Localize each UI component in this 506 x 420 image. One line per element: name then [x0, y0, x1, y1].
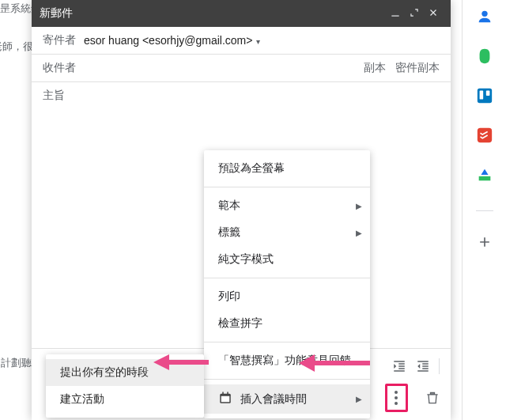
svg-rect-23 [478, 176, 490, 181]
svg-rect-14 [168, 360, 209, 365]
annotation-arrow-2 [299, 354, 370, 374]
compose-header: 新郵件 [32, 0, 451, 27]
svg-marker-17 [299, 354, 315, 372]
subject-row[interactable]: 主旨 [32, 82, 451, 109]
app-icon[interactable] [476, 166, 493, 184]
to-label: 收件者 [43, 61, 76, 75]
minimize-icon[interactable] [386, 7, 405, 21]
from-label: 寄件者 [43, 33, 76, 47]
annotation-arrow-1 [153, 354, 209, 373]
side-panel [462, 0, 506, 420]
indent-more-icon[interactable] [412, 355, 434, 377]
trello-icon[interactable] [476, 87, 493, 104]
svg-rect-22 [477, 128, 491, 142]
submenu-create-event[interactable]: 建立活動 [46, 386, 204, 413]
trash-icon[interactable] [422, 386, 443, 410]
svg-rect-0 [391, 15, 398, 16]
svg-rect-16 [313, 361, 370, 365]
svg-rect-12 [222, 392, 224, 395]
svg-rect-19 [477, 89, 491, 103]
menu-labels[interactable]: 標籤▶ [204, 219, 370, 246]
svg-rect-21 [485, 91, 489, 96]
svg-marker-15 [153, 354, 169, 370]
evernote-panel-icon[interactable] [476, 47, 493, 65]
calendar-icon [218, 391, 232, 407]
menu-print[interactable]: 列印 [204, 283, 370, 310]
more-options-menu: 預設為全螢幕 範本▶ 標籤▶ 純文字模式 列印 檢查拼字 「智慧撰寫」功能意見回… [204, 150, 370, 418]
chevron-right-icon: ▶ [356, 202, 362, 210]
svg-rect-20 [479, 91, 483, 100]
compose-title: 新郵件 [40, 6, 386, 21]
chevron-right-icon: ▶ [356, 395, 362, 403]
menu-plain-text[interactable]: 純文字模式 [204, 246, 370, 273]
background-text: 昰系統針 老師，很 · 計劃聽 [0, 0, 32, 420]
more-options-button[interactable] [385, 384, 408, 412]
todoist-icon[interactable] [476, 127, 493, 144]
menu-default-fullscreen[interactable]: 預設為全螢幕 [204, 155, 370, 182]
from-value: esor huang <esorhjy@gmail.com> ▾ [84, 34, 440, 47]
indent-less-icon[interactable] [388, 355, 410, 377]
svg-point-18 [481, 11, 487, 17]
add-addon-icon[interactable] [476, 233, 493, 251]
bcc-link[interactable]: 密件副本 [395, 61, 440, 75]
svg-rect-11 [221, 396, 230, 403]
bg-text-2: 老師，很 [0, 40, 33, 54]
subject-label: 主旨 [43, 89, 65, 103]
chevron-down-icon: ▾ [254, 37, 260, 46]
from-row[interactable]: 寄件者 esor huang <esorhjy@gmail.com> ▾ [32, 27, 451, 55]
expand-icon[interactable] [405, 7, 424, 21]
menu-templates[interactable]: 範本▶ [204, 192, 370, 219]
bg-text-3: · 計劃聽 [0, 356, 32, 370]
svg-rect-13 [227, 392, 228, 395]
menu-insert-meeting[interactable]: 插入會議時間 ▶ [204, 384, 370, 414]
chevron-right-icon: ▶ [356, 229, 362, 237]
cc-link[interactable]: 副本 [364, 61, 386, 75]
close-icon[interactable] [424, 7, 443, 21]
contacts-icon[interactable] [476, 8, 493, 25]
menu-spellcheck[interactable]: 檢查拼字 [204, 310, 370, 337]
to-row[interactable]: 收件者 副本 密件副本 [32, 55, 451, 82]
